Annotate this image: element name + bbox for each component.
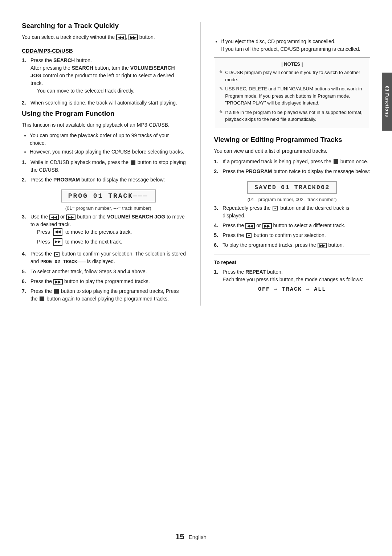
section3-steps: 1. If a programmed track is being played… [214,158,370,175]
page: 03 Functions Searching for a Track Quick… [0,0,392,556]
saved-display: SAVED 01 TRACK002 [247,181,337,194]
section1-steps: 1. Press the SEARCH button. After pressi… [22,57,186,107]
step-3-5: 5. Press the ↵ button to confirm your se… [214,232,370,239]
step-3-1: 1. If a programmed track is being played… [214,158,370,165]
step1-bullets: You can move to the selected track direc… [37,87,186,95]
footer: 15 English [0,532,382,541]
section2-intro: This function is not available during pl… [22,121,186,129]
repeat-steps: 1. Press the REPEAT button. Each time yo… [214,268,370,283]
section3-intro: You can view and edit a list of programm… [214,147,370,155]
note-2: USB REC, DELETE and TUNING/ALBUM buttons… [219,85,365,107]
step-1-1: 1. Press the SEARCH button. After pressi… [22,57,186,97]
bullet-program-2: However, you must stop playing the CD/US… [30,148,186,156]
bullet-1: You can move to the selected track direc… [37,87,186,95]
step-2-4: 4. Press the ↵ button to confirm your se… [22,250,186,266]
top-bullet-1: If you eject the disc, CD programming is… [221,38,370,53]
section3-steps-cont: 3. Repeatedly press the ↵ button until t… [214,204,370,249]
step-3-6: 6. To play the programmed tracks, press … [214,241,370,249]
prog-display: PROG 01 TRACK——— [61,189,156,203]
side-tab: 03 Functions [382,73,392,131]
repeat-step-1: 1. Press the REPEAT button. Each time yo… [214,268,370,283]
right-column: If you eject the disc, CD programming is… [200,22,370,306]
saved-note: (01= program number, 002= track number) [214,197,370,202]
section3-title: Viewing or Editing Programmed Tracks [214,136,370,144]
section1-title: Searching for a Track Quickly [22,22,186,30]
step-2-2: 2. Press the PROGRAM button to display t… [22,176,186,184]
prog-note: (01= program number, ---= track number) [30,205,186,211]
step-3-3: 3. Repeatedly press the ↵ button until t… [214,204,370,220]
bullet-next: Press ▶▶ to move to the next track. [37,238,186,246]
step-2-3: 3. Use the ◀◀ or ▶▶ button or the VOLUME… [22,213,186,248]
section2-steps: 1. While in CD/USB playback mode, press … [22,159,186,184]
subsection-title: CDDA/MP3-CD/USB [22,48,186,54]
section2-steps-cont: 3. Use the ◀◀ or ▶▶ button or the VOLUME… [22,213,186,303]
notes-list: CD/USB program play will continue if you… [219,69,365,123]
repeat-display: OFF → TRACK → ALL [214,286,370,293]
main-content: Searching for a Track Quickly You can se… [22,22,370,306]
notes-box: | NOTES | CD/USB program play will conti… [214,57,370,129]
bullet-prev: Press ◀◀ to move to the previous track. [37,228,186,236]
section2-bullets: You can program the playback order of up… [30,132,186,156]
step-3-2: 2. Press the PROGRAM button twice to dis… [214,168,370,175]
notes-title: | NOTES | [219,61,365,67]
step-3-4: 4. Press the ◀◀ or ▶▶ button to select a… [214,222,370,229]
section2-title: Using the Program Function [22,110,186,118]
language-label: English [189,534,207,540]
step-2-6: 6. Press the ▶▶ button to play the progr… [22,278,186,285]
left-column: Searching for a Track Quickly You can se… [22,22,186,306]
page-number: 15 [175,532,184,541]
to-repeat-label: To repeat [214,259,370,265]
step-1-2: 2. When searching is done, the track wil… [22,99,186,107]
bullet-program-1: You can program the playback order of up… [30,132,186,147]
note-1: CD/USB program play will continue if you… [219,69,365,83]
divider [214,254,370,254]
note-3: If a file in the program to be played wa… [219,109,365,123]
step3-bullets: Press ◀◀ to move to the previous track. … [37,228,186,246]
step-2-1: 1. While in CD/USB playback mode, press … [22,159,186,174]
top-bullets: If you eject the disc, CD programming is… [221,38,370,53]
step-2-5: 5. To select another track, follow Steps… [22,268,186,275]
section1-intro: You can select a track directly without … [22,33,186,41]
step-2-7: 7. Press the button to stop playing the … [22,287,186,303]
